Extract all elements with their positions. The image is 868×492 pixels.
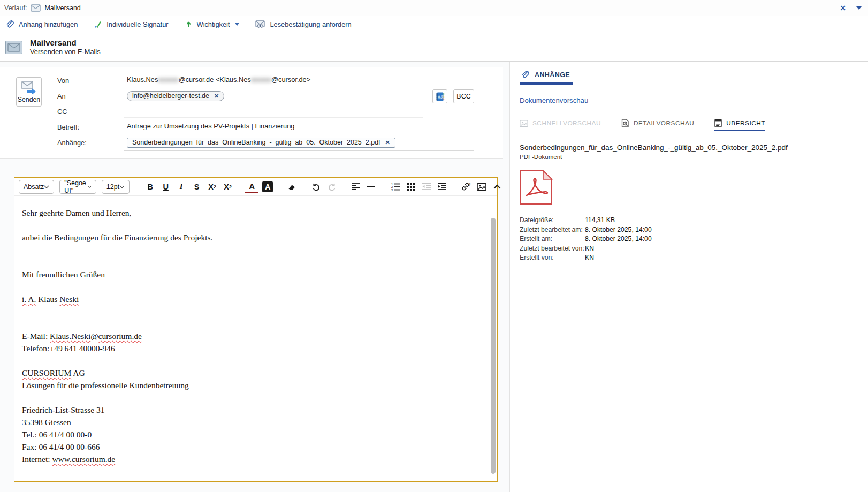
mail-compose-window: Verlauf: Mailversand ✕ Anhang hinzufügen… <box>0 0 868 492</box>
font-family-select[interactable]: "Segoe UI" <box>59 180 96 194</box>
redacted-text: xxxxxx <box>158 75 178 84</box>
editor-line <box>22 244 476 256</box>
send-envelope-icon <box>21 80 37 94</box>
align-left-button[interactable] <box>349 180 362 194</box>
titlebar: Verlauf: Mailversand ✕ <box>0 0 868 16</box>
file-meta-row: Erstellt am:8. Oktober 2025, 14:00 <box>520 234 868 244</box>
image-preview-icon <box>520 120 528 127</box>
document-preview-link[interactable]: Dokumentenvorschau <box>520 96 868 104</box>
font-size-value: 12pt <box>106 183 119 191</box>
add-attachment-button[interactable]: Anhang hinzufügen <box>5 20 78 29</box>
add-attachment-label: Anhang hinzufügen <box>19 20 78 28</box>
envelope-icon <box>31 4 41 12</box>
to-row: An info@heidelberger-test.de ✕ @ BCC <box>57 90 496 105</box>
send-button[interactable]: Senden <box>16 77 42 107</box>
link-button[interactable]: ? <box>459 180 473 194</box>
background-color-button[interactable]: A <box>262 181 273 192</box>
recipient-chip[interactable]: info@heidelberger-test.de ✕ <box>127 91 224 101</box>
italic-button[interactable]: I <box>174 180 188 194</box>
underline-button[interactable]: U <box>159 180 172 194</box>
page-title: Mailversand <box>30 38 101 48</box>
address-book-button[interactable]: @ <box>432 89 447 103</box>
attachments-panel: ANHÄNGE Dokumentenvorschau SCHNELLVORSCH… <box>509 62 868 492</box>
horizontal-rule-button[interactable] <box>364 180 378 194</box>
editor-scrollbar[interactable] <box>491 218 496 474</box>
from-row: Von Klaus.Nesxxxxxx@cursor.de <Klaus.Nes… <box>57 74 496 90</box>
cc-field[interactable] <box>124 105 423 118</box>
tab-anhaenge-label: ANHÄNGE <box>535 71 570 79</box>
collapse-toolbar-chevron-icon[interactable] <box>490 180 504 194</box>
insert-image-button[interactable] <box>475 180 488 194</box>
superscript-button[interactable]: X2 <box>221 180 234 194</box>
subject-label: Betreff: <box>57 121 124 131</box>
attachment-chip-label: Sonderbedingungen_für_das_OnlineBanking_… <box>132 139 380 146</box>
editor-line: Friedrich-List-Strasse 31 <box>22 404 476 416</box>
undo-button[interactable] <box>309 180 323 194</box>
outdent-button[interactable] <box>420 180 433 194</box>
bold-button[interactable]: B <box>143 180 157 194</box>
superscript-glyph: X <box>224 183 229 191</box>
redo-button[interactable] <box>325 180 338 194</box>
page-subtitle: Versenden von E-Mails <box>30 48 101 56</box>
tab-anhaenge[interactable]: ANHÄNGE <box>520 70 573 85</box>
file-meta-label: Erstellt von: <box>520 253 585 263</box>
attachment-file-type: PDF-Dokument <box>520 154 868 160</box>
tab-uebersicht[interactable]: ÜBERSICHT <box>714 119 765 131</box>
remove-recipient-icon[interactable]: ✕ <box>214 93 219 100</box>
editor-line: Telefon:+49 641 40000-946 <box>22 342 476 354</box>
read-receipt-icon <box>255 20 265 28</box>
tab-schnellvorschau[interactable]: SCHNELLVORSCHAU <box>520 119 601 131</box>
subscript-button[interactable]: X2 <box>205 180 219 194</box>
ordered-list-button[interactable]: 123 <box>389 180 402 194</box>
editor-line: 35398 Giessen <box>22 416 476 428</box>
subject-row: Betreff: Anfrage zur Umsetzung des PV-Pr… <box>57 121 496 137</box>
magnifier-document-icon: A <box>621 119 629 127</box>
file-meta-label: Dateigröße: <box>520 216 585 225</box>
clear-formatting-button[interactable] <box>285 180 299 194</box>
attachment-chip[interactable]: Sonderbedingungen_für_das_OnlineBanking_… <box>127 138 395 148</box>
subscript-number: 2 <box>214 184 216 190</box>
editor-line: Internet: www.cursorium.de <box>22 453 476 465</box>
table-grid-button[interactable] <box>404 180 417 194</box>
strikethrough-button[interactable]: S <box>190 180 203 194</box>
remove-attachment-icon[interactable]: ✕ <box>385 139 390 146</box>
individual-signature-button[interactable]: Individuelle Signatur <box>94 20 168 29</box>
importance-arrow-icon <box>185 20 193 28</box>
file-meta-row: Zuletzt bearbeitet von:KN <box>520 244 868 254</box>
editor-line: Lösungen für die professionelle Kundenbe… <box>22 379 476 391</box>
svg-text:@: @ <box>438 93 443 99</box>
font-size-select[interactable]: 12pt <box>102 180 130 194</box>
history-item-mailversand[interactable]: Mailversand <box>44 4 80 12</box>
superscript-number: 2 <box>229 184 232 190</box>
font-color-button[interactable]: A <box>245 181 258 193</box>
redacted-text: xxxxxx <box>251 75 271 84</box>
subject-field[interactable]: Anfrage zur Umsetzung des PV-Projekts | … <box>124 121 474 133</box>
editor-line <box>22 281 476 293</box>
pdf-file-icon[interactable] <box>520 170 553 205</box>
bcc-button[interactable]: BCC <box>453 89 474 103</box>
file-meta-value: 8. Oktober 2025, 14:00 <box>585 234 652 244</box>
cc-label: CC <box>57 105 124 116</box>
paperclip-icon <box>521 70 530 79</box>
editor-line <box>22 256 476 268</box>
importance-button[interactable]: Wichtigkeit <box>185 20 240 28</box>
subscript-glyph: X <box>208 183 214 191</box>
indent-button[interactable] <box>435 180 448 194</box>
tab-schnellvorschau-label: SCHNELLVORSCHAU <box>532 119 601 127</box>
from-label: Von <box>57 74 124 85</box>
file-meta-row: Dateigröße:114,31 KB <box>520 216 868 225</box>
tab-detailvorschau[interactable]: A DETAILVORSCHAU <box>621 119 694 131</box>
chevron-down-icon[interactable] <box>235 23 239 26</box>
chevron-down-icon[interactable] <box>856 6 862 10</box>
signature-icon <box>94 20 102 29</box>
preview-tab-bar: SCHNELLVORSCHAU A DETAILVORSCHAU ÜBERSIC… <box>520 119 868 131</box>
editor-line: CURSORIUM AG <box>22 367 476 379</box>
read-receipt-button[interactable]: Lesebestätigung anfordern <box>255 20 351 28</box>
close-icon[interactable]: ✕ <box>836 4 849 12</box>
paragraph-format-select[interactable]: Absatz <box>19 180 54 194</box>
email-body-text[interactable]: Sehr geehrte Damen und Herren,anbei die … <box>14 196 497 482</box>
to-field[interactable]: info@heidelberger-test.de ✕ <box>124 90 423 104</box>
attachments-field[interactable]: Sonderbedingungen_für_das_OnlineBanking_… <box>124 137 474 151</box>
file-meta-label: Zuletzt bearbeitet am: <box>520 225 585 235</box>
file-meta-value: 8. Oktober 2025, 14:00 <box>585 225 652 235</box>
